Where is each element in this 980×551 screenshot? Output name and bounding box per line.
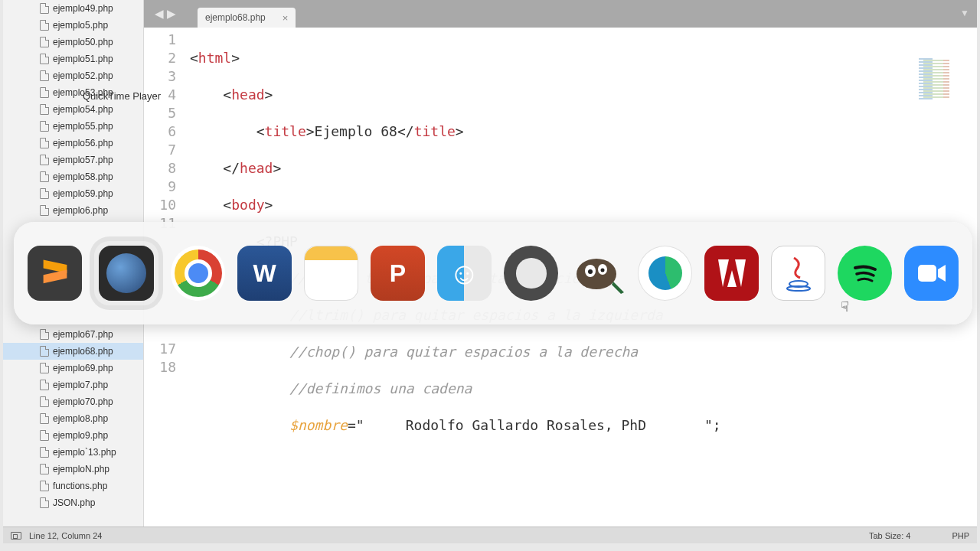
nav-back-icon[interactable]: ◀ xyxy=(155,7,164,21)
status-language[interactable]: PHP xyxy=(952,531,969,540)
file-label: functions.php xyxy=(53,481,107,491)
svg-point-2 xyxy=(588,269,593,274)
file-label: ejemplo54.php xyxy=(53,104,113,115)
dock-app-webex[interactable] xyxy=(638,246,692,301)
file-icon xyxy=(40,464,49,474)
file-icon xyxy=(40,188,49,199)
file-label: ejemplo67.php xyxy=(53,329,113,340)
dock-app-adobe[interactable] xyxy=(704,246,759,301)
file-icon xyxy=(40,396,49,407)
file-item[interactable]: ejemplo55.php xyxy=(3,118,143,135)
file-icon xyxy=(40,380,49,390)
file-icon xyxy=(40,363,49,373)
file-label: ejemplo9.php xyxy=(53,430,108,441)
file-label: ejemplo5.php xyxy=(53,20,108,31)
svg-point-4 xyxy=(601,269,605,272)
dock-app-finder[interactable]: ☺ xyxy=(437,246,492,301)
tab-menu-icon[interactable]: ▼ xyxy=(960,8,969,18)
tab-active[interactable]: ejemplo68.php × xyxy=(198,8,296,28)
dock-app-quicktime[interactable] xyxy=(94,241,158,305)
file-label: ejemplo6.php xyxy=(53,205,108,216)
file-item[interactable]: ejemplo57.php xyxy=(3,152,143,168)
file-label: ejemplo52.php xyxy=(53,70,113,81)
file-label: ejemplo58.php xyxy=(53,171,113,182)
file-label: ejemplo55.php xyxy=(53,121,113,132)
file-icon xyxy=(40,481,49,491)
file-label: ejemplo`13.php xyxy=(53,447,116,458)
file-icon xyxy=(40,37,49,47)
dock-app-mamp[interactable] xyxy=(504,246,558,301)
file-item[interactable]: ejemplo58.php xyxy=(3,168,143,185)
file-item[interactable]: ejemplo9.php xyxy=(3,427,143,444)
status-bar: Line 12, Column 24 Tab Size: 4 PHP xyxy=(3,527,977,543)
tab-close-icon[interactable]: × xyxy=(283,12,289,24)
file-icon xyxy=(40,20,49,31)
file-item[interactable]: ejemplo51.php xyxy=(3,51,143,67)
tab-label: ejemplo68.php xyxy=(205,12,266,23)
file-icon xyxy=(40,104,49,115)
file-label: ejemploN.php xyxy=(53,464,109,474)
file-icon xyxy=(40,447,49,458)
dock-app-gimp[interactable] xyxy=(570,246,626,301)
cursor-icon: ☟ xyxy=(841,298,849,315)
file-label: ejemplo50.php xyxy=(53,37,113,47)
comment-line: //chop() para quitar espacios a la derec… xyxy=(289,344,638,360)
file-item[interactable]: ejemplo50.php xyxy=(3,34,143,51)
comment-line: //definimos una cadena xyxy=(289,380,472,396)
panel-icon[interactable] xyxy=(11,532,21,540)
file-item[interactable]: ejemplo8.php xyxy=(3,410,143,427)
word-glyph: W xyxy=(253,259,276,288)
file-icon xyxy=(40,87,49,98)
dock-app-notes[interactable] xyxy=(304,246,358,301)
file-icon xyxy=(40,54,49,64)
dock-app-word[interactable]: W xyxy=(237,246,292,301)
nav-forward-icon[interactable]: ▶ xyxy=(167,7,176,21)
dock-app-zoom[interactable] xyxy=(904,246,959,301)
file-icon xyxy=(40,138,49,148)
file-icon xyxy=(40,413,49,424)
ppt-glyph: P xyxy=(390,259,406,288)
dock-app-powerpoint[interactable]: P xyxy=(371,246,425,301)
file-item[interactable]: ejemplo54.php xyxy=(3,101,143,118)
php-variable: $nombre xyxy=(289,417,348,433)
minimap[interactable] xyxy=(919,58,974,99)
status-position: Line 12, Column 24 xyxy=(29,531,102,540)
file-item[interactable]: ejemplo67.php xyxy=(3,326,143,343)
file-label: ejemplo7.php xyxy=(53,380,108,390)
file-item[interactable]: ejemplo52.php xyxy=(3,67,143,84)
file-item[interactable]: functions.php xyxy=(3,478,143,494)
file-label: ejemplo57.php xyxy=(53,155,113,165)
file-item[interactable]: ejemplo6.php xyxy=(3,202,143,219)
file-icon xyxy=(40,329,49,340)
file-label: ejemplo59.php xyxy=(53,188,113,199)
file-icon xyxy=(40,121,49,132)
file-item[interactable]: ejemplo56.php xyxy=(3,135,143,152)
file-icon xyxy=(40,205,49,216)
file-label: ejemplo68.php xyxy=(53,346,113,357)
file-label: JSON.php xyxy=(53,497,95,508)
file-item[interactable]: ejemplo59.php xyxy=(3,185,143,202)
file-item[interactable]: ejemplo70.php xyxy=(3,393,143,410)
file-item[interactable]: ejemploN.php xyxy=(3,461,143,478)
file-item[interactable]: ejemplo5.php xyxy=(3,17,143,34)
file-item[interactable]: ejemplo`13.php xyxy=(3,444,143,461)
file-item[interactable]: ejemplo68.php xyxy=(3,343,143,360)
php-string: =" Rodolfo Gallardo Rosales, PhD "; xyxy=(348,417,721,433)
svg-point-6 xyxy=(787,286,810,291)
title-text: Ejemplo 68 xyxy=(315,123,397,139)
dock-app-spotify[interactable] xyxy=(838,246,892,301)
tab-nav: ◀ ▶ xyxy=(150,0,181,28)
dock-app-chrome[interactable] xyxy=(171,246,225,301)
status-tabsize[interactable]: Tab Size: 4 xyxy=(869,531,910,540)
svg-point-0 xyxy=(577,259,616,289)
dock-app-java[interactable] xyxy=(771,246,825,301)
file-item[interactable]: ejemplo69.php xyxy=(3,360,143,377)
file-icon xyxy=(40,70,49,81)
file-item[interactable]: JSON.php xyxy=(3,494,143,511)
dock-app-sublime[interactable] xyxy=(28,246,82,301)
file-icon xyxy=(40,497,49,508)
file-item[interactable]: ejemplo7.php xyxy=(3,377,143,393)
file-label: ejemplo70.php xyxy=(53,396,113,407)
file-label: ejemplo56.php xyxy=(53,138,113,148)
file-item[interactable]: ejemplo49.php xyxy=(3,0,143,17)
